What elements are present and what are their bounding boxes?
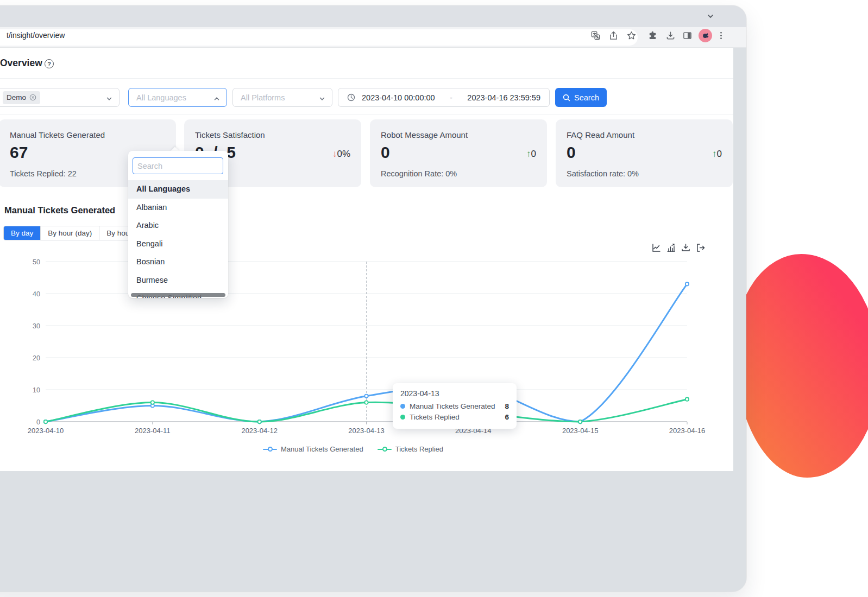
svg-text:2023-04-11: 2023-04-11 <box>135 427 171 435</box>
svg-text:30: 30 <box>33 322 40 330</box>
divider <box>0 78 733 79</box>
language-dropdown: All LanguagesAlbanianArabicBengaliBosnia… <box>128 151 228 298</box>
workspace-tag[interactable]: Demo <box>3 91 40 104</box>
legend-item-tickets-replied[interactable]: Tickets Replied <box>378 445 443 453</box>
tab-by-day[interactable]: By day <box>4 226 40 240</box>
chevron-up-icon <box>213 94 220 101</box>
legend-label: Manual Tickets Generated <box>281 445 363 453</box>
chart-section-title: Manual Tickets Generated <box>4 205 115 215</box>
stat-card-value: 0 <box>381 143 390 162</box>
svg-text:20: 20 <box>33 354 40 362</box>
stat-card-title: Tickets Satisfaction <box>195 130 265 139</box>
tooltip-series-value: 6 <box>505 413 509 421</box>
clock-icon <box>347 93 355 101</box>
date-separator: - <box>442 93 461 102</box>
search-icon <box>563 94 570 101</box>
legend-line-marker-icon <box>378 447 392 452</box>
legend-line-marker-icon <box>263 447 277 452</box>
profile-avatar[interactable] <box>699 29 712 42</box>
extensions-puzzle-icon[interactable] <box>648 31 657 40</box>
stat-card-delta: ↑0 <box>526 149 536 160</box>
stat-card-subtext: Tickets Replied: 22 <box>10 169 77 178</box>
language-option[interactable]: Burmese <box>128 271 228 290</box>
stat-card-faq-reads: FAQ Read Amount 0 ↑0 Satisfaction rate: … <box>556 119 733 187</box>
tooltip-series-value: 8 <box>505 402 509 410</box>
language-search-input[interactable] <box>133 157 223 174</box>
date-start-value[interactable]: 2023-04-10 00:00:00 <box>362 93 435 102</box>
bookmark-star-icon[interactable] <box>627 31 636 40</box>
browser-tab-strip <box>0 5 746 27</box>
svg-text:50: 50 <box>33 258 40 266</box>
svg-text:40: 40 <box>33 290 40 298</box>
svg-text:2023-04-15: 2023-04-15 <box>562 427 599 435</box>
platforms-placeholder: All Platforms <box>241 93 285 102</box>
downloads-icon[interactable] <box>666 31 675 40</box>
languages-placeholder: All Languages <box>136 93 186 102</box>
app-content: Overview ? Demo All Languages <box>0 48 733 471</box>
svg-text:2023-04-12: 2023-04-12 <box>241 427 278 435</box>
translate-icon[interactable] <box>591 31 600 40</box>
legend-item-manual-tickets[interactable]: Manual Tickets Generated <box>263 445 363 453</box>
share-icon[interactable] <box>609 31 618 40</box>
chart-legend: Manual Tickets Generated Tickets Replied <box>0 445 706 453</box>
language-option[interactable]: Albanian <box>128 199 228 217</box>
svg-text:2023-04-13: 2023-04-13 <box>348 427 385 435</box>
decorative-gradient-blob <box>734 254 868 478</box>
chevron-down-icon[interactable] <box>706 12 715 21</box>
stat-card-robot-messages: Robot Message Amount 0 ↑0 Recognition Ra… <box>370 119 547 187</box>
language-option[interactable]: All Languages <box>128 180 228 199</box>
dropdown-scrollbar[interactable] <box>131 293 225 297</box>
address-bar[interactable] <box>0 29 638 46</box>
stat-card-delta-value: 0 <box>717 149 722 159</box>
stage: t/insight/overview <box>0 0 868 597</box>
tooltip-series-label: Tickets Replied <box>410 413 460 421</box>
stat-card-title: Manual Tickets Generated <box>10 130 105 139</box>
series-dot-icon <box>400 404 405 409</box>
stat-card-value: 67 <box>10 143 28 162</box>
url-text[interactable]: t/insight/overview <box>7 31 65 40</box>
workspace-tag-label: Demo <box>7 93 26 101</box>
browser-toolbar: t/insight/overview <box>0 27 746 48</box>
stat-card-subtext: Satisfaction rate: 0% <box>567 169 639 178</box>
platforms-select[interactable]: All Platforms <box>232 88 332 107</box>
series-dot-icon <box>400 415 405 420</box>
language-option[interactable]: Bengali <box>128 235 228 253</box>
browser-menu-kebab-icon[interactable] <box>716 31 726 40</box>
search-button[interactable]: Search <box>555 88 607 107</box>
language-option-list: All LanguagesAlbanianArabicBengaliBosnia… <box>128 180 228 298</box>
stat-card-subtext: Recognition Rate: 0% <box>381 169 457 178</box>
stat-card-title: FAQ Read Amount <box>567 130 634 139</box>
page-title: Overview <box>0 58 42 69</box>
app-page-background: Overview ? Demo All Languages <box>0 48 746 592</box>
svg-text:2023-04-10: 2023-04-10 <box>28 427 64 435</box>
date-end-value[interactable]: 2023-04-16 23:59:59 <box>467 93 540 102</box>
stat-card-value: 0 <box>567 143 576 162</box>
svg-text:10: 10 <box>33 386 40 394</box>
tooltip-row: Manual Tickets Generated 8 <box>400 402 509 410</box>
chevron-down-icon <box>106 94 112 101</box>
date-range-picker[interactable]: 2023-04-10 00:00:00 - 2023-04-16 23:59:5… <box>338 88 550 107</box>
tab-by-hour-day[interactable]: By hour (day) <box>40 226 99 240</box>
language-option[interactable]: Arabic <box>128 217 228 235</box>
browser-window: t/insight/overview <box>0 5 746 592</box>
legend-label: Tickets Replied <box>395 445 443 453</box>
chart-tooltip: 2023-04-13 Manual Tickets Generated 8 Ti… <box>393 383 517 429</box>
tooltip-row: Tickets Replied 6 <box>400 413 509 421</box>
languages-select[interactable]: All Languages <box>128 88 227 107</box>
arrow-up-icon: ↑ <box>526 149 531 159</box>
help-icon[interactable]: ? <box>45 59 54 68</box>
remove-tag-icon[interactable] <box>29 94 36 101</box>
side-panel-icon[interactable] <box>683 31 692 40</box>
stat-card-title: Robot Message Amount <box>381 130 468 139</box>
language-option[interactable]: Bosnian <box>128 253 228 271</box>
stat-card-delta: ↑0 <box>712 149 722 160</box>
tooltip-series-label: Manual Tickets Generated <box>410 402 495 410</box>
search-button-label: Search <box>574 93 599 102</box>
stat-card-delta: ↓0% <box>332 149 350 160</box>
chevron-down-icon <box>319 94 325 101</box>
tooltip-date: 2023-04-13 <box>400 389 509 398</box>
svg-text:2023-04-16: 2023-04-16 <box>669 427 706 435</box>
workspace-select[interactable]: Demo <box>0 88 119 107</box>
line-chart[interactable]: 010203040502023-04-102023-04-112023-04-1… <box>0 250 706 440</box>
arrow-up-icon: ↑ <box>712 149 717 159</box>
